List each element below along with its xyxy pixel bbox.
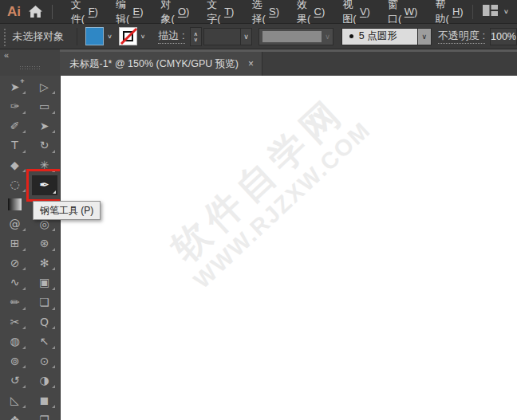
group-selection-tool[interactable]: ➤+ (3, 77, 27, 96)
polar-grid-tool[interactable]: ⊛ (33, 234, 57, 253)
selection-status: 未选择对象 (12, 29, 64, 44)
selection-tool[interactable]: ➤ (33, 116, 57, 135)
brush-definition-combo: 5 点圆形 ∨ (341, 28, 432, 45)
symbol-sprayer-tool[interactable]: ◍ (3, 332, 27, 351)
gradient-swatch-icon (8, 198, 22, 210)
menu-item-file[interactable]: 文件(F) (62, 0, 107, 23)
lasso-tool[interactable]: ◌ (3, 175, 27, 194)
symbol-shifter-tool-icon: ↖ (40, 336, 49, 347)
stepper-up-icon[interactable]: ∧ (194, 31, 198, 37)
brush-definition-dropdown[interactable]: ∨ (418, 28, 432, 45)
rectangle-tool-icon: ▭ (39, 100, 49, 112)
width-profile-dropdown[interactable]: ∨ (258, 28, 333, 45)
rectangle-tool[interactable]: ▭ (33, 97, 57, 116)
symbol-spinner-tool[interactable]: ↺ (3, 371, 27, 390)
rectangular-grid-tool[interactable]: ⊞ (3, 234, 27, 253)
watermark-line2: WWW.RJZXW.COM (173, 102, 391, 308)
symbol-scruncher-tool[interactable]: ⊚ (3, 351, 27, 370)
chevron-down-icon[interactable]: ∨ (107, 33, 112, 40)
artboard-tool[interactable]: ❏ (33, 293, 57, 312)
direct-selection-tool[interactable]: ▷ (33, 77, 57, 96)
plus-badge-icon: + (20, 77, 24, 85)
menu-item-view[interactable]: 视图(V) (333, 0, 379, 23)
opacity-input[interactable]: 100% (490, 28, 517, 45)
stepper-down-icon[interactable]: ∨ (194, 37, 198, 42)
selection-tool-icon: ➤ (40, 120, 49, 131)
puppet-warp-tool[interactable]: ✻ (33, 253, 57, 272)
symbol-sprayer-tool-icon: ◍ (10, 336, 19, 347)
scissors-tool[interactable]: ✂ (3, 312, 27, 331)
curvature-tool[interactable]: ✑ (3, 97, 27, 116)
page-plus-tool[interactable]: ❐ (33, 410, 57, 420)
menu-item-effect[interactable]: 效果(C) (288, 0, 333, 23)
slice-tool[interactable]: ◼ (33, 391, 57, 410)
pen-tool-tooltip: 钢笔工具 (P) (33, 201, 101, 220)
scissors-tool-icon: ✂ (10, 316, 20, 328)
highlight-annotation-box (26, 169, 61, 202)
artboard-tool-icon: ❏ (39, 296, 49, 308)
paintbrush-tool-icon: ✐ (10, 120, 20, 131)
menu-item-object[interactable]: 对象(O) (152, 0, 199, 23)
stroke-weight-stepper[interactable]: ∧ ∨ (190, 27, 202, 46)
zoom-tool-icon: Q (40, 316, 49, 328)
control-bar-grip[interactable] (2, 27, 7, 46)
opacity-label[interactable]: 不透明度 : (438, 29, 485, 44)
fill-color-swatch[interactable] (85, 27, 104, 45)
symbol-stainer-tool[interactable]: ◑ (33, 371, 57, 390)
chevron-down-icon[interactable]: ∨ (503, 8, 509, 15)
brush-name: 5 点圆形 (359, 29, 397, 43)
eraser-tool[interactable]: ◆ (3, 155, 27, 174)
zoom-tool[interactable]: Q (33, 312, 57, 331)
menu-item-type[interactable]: 文字(T) (198, 0, 243, 23)
rectangular-grid-tool-icon: ⊞ (10, 237, 20, 249)
type-tool-icon: T (11, 139, 18, 151)
width-profile-preview (262, 31, 322, 42)
menu-item-edit[interactable]: 编辑(E) (107, 0, 152, 23)
symbol-shifter-tool[interactable]: ↖ (33, 332, 57, 351)
slice-tool-icon: ◼ (40, 394, 49, 406)
workspace-switcher-icon[interactable] (483, 5, 498, 19)
chevron-down-icon[interactable]: ∨ (140, 33, 146, 40)
eraser-tool-icon: ◆ (10, 159, 19, 171)
gradient-tool[interactable] (3, 195, 27, 214)
close-tab-icon[interactable]: × (248, 58, 254, 69)
spiral-tool[interactable]: @ (3, 214, 27, 233)
menu-item-help[interactable]: 帮助(H) (426, 0, 472, 23)
collapse-panel-button[interactable]: « (4, 50, 8, 60)
document-tab-bar: 未标题-1* @ 150% (CMYK/GPU 预览) × (60, 49, 517, 76)
curvature-tool-icon: ✑ (10, 100, 20, 112)
shape-tool[interactable]: ▣ (33, 273, 57, 292)
toolbar: ➤+▷✑▭✐➤T↻◆✳◌✒✎@◎⊞⊛⊘✻∿▣✏❏✂Q◍↖⊚⊙↺◑◺◼❖❐ (0, 76, 61, 420)
stroke-weight-input[interactable] (203, 28, 241, 45)
menu-item-window[interactable]: 窗口(W) (379, 0, 427, 23)
width-tool[interactable]: ∿ (3, 273, 27, 292)
pen-tool[interactable]: ✒ (32, 175, 57, 195)
rotate-tool[interactable]: ↻ (33, 136, 57, 155)
stroke-none-swatch[interactable] (119, 27, 137, 45)
control-bar: 未选择对象 ∨ ∨ 描边 : ∧ ∨ ∨ ∨ 5 点圆形 ∨ 不透明度 : 10… (0, 24, 517, 49)
knife-tool[interactable]: ✏ (3, 293, 27, 312)
perspective-selection-tool[interactable]: ❖ (3, 410, 27, 420)
menu-item-select[interactable]: 选择(S) (243, 0, 288, 23)
paintbrush-tool[interactable]: ✐ (3, 116, 27, 135)
polar-grid-tool-icon: ⊛ (40, 237, 49, 249)
stroke-weight-dropdown[interactable]: ∨ (241, 28, 252, 45)
type-tool[interactable]: T (3, 136, 27, 155)
perspective-grid-tool[interactable]: ◺ (3, 391, 27, 410)
ellipse-tool-icon: ⊘ (10, 257, 20, 269)
artboard-canvas[interactable]: 软件自学网 WWW.RJZXW.COM (61, 76, 517, 420)
stroke-weight-label[interactable]: 描边 : (158, 29, 184, 44)
divider (77, 28, 77, 45)
brush-definition-value[interactable]: 5 点圆形 (341, 28, 418, 45)
perspective-grid-tool-icon: ◺ (10, 394, 19, 406)
perspective-selection-tool-icon: ❖ (10, 414, 20, 420)
home-icon[interactable] (29, 6, 42, 18)
symbol-sizer-tool[interactable]: ⊙ (33, 351, 57, 370)
watermark-line1: 软件自学网 (145, 76, 371, 287)
ellipse-tool[interactable]: ⊘ (3, 253, 27, 272)
menubar-right: ∨ (472, 5, 509, 19)
shape-tool-icon: ▣ (39, 277, 49, 288)
document-tab[interactable]: 未标题-1* @ 150% (CMYK/GPU 预览) × (60, 52, 262, 76)
toolbar-grip[interactable] (19, 65, 41, 69)
illustrator-logo: Ai (7, 4, 21, 20)
